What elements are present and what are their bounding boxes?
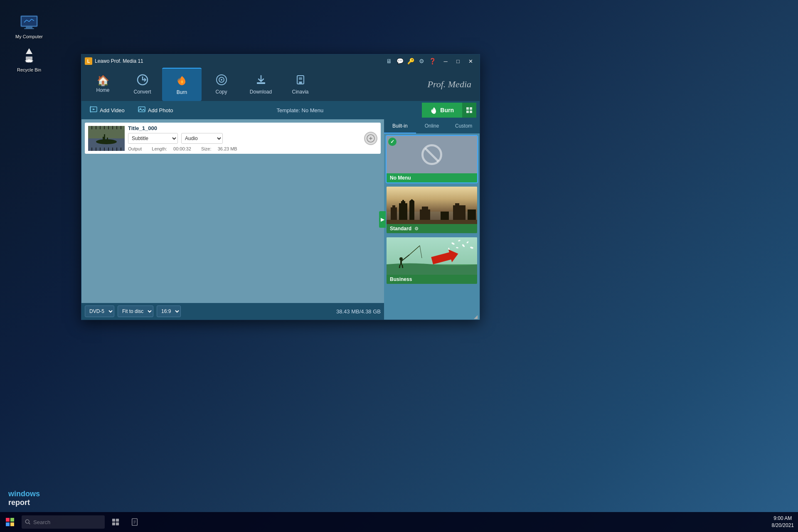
add-photo-button[interactable]: Add Photo xyxy=(133,104,178,116)
disc-type-select[interactable]: DVD-5 xyxy=(85,305,114,317)
svg-rect-49 xyxy=(422,207,428,209)
chat-icon[interactable]: 💬 xyxy=(396,57,404,65)
svg-rect-79 xyxy=(116,519,119,522)
nav-home[interactable]: 🏠 Home xyxy=(83,68,123,101)
burn-label-text: Burn xyxy=(440,107,454,113)
key-icon[interactable]: 🔑 xyxy=(406,57,415,65)
copy-label: Copy xyxy=(215,89,227,95)
taskbar-file-icon[interactable] xyxy=(126,512,144,532)
title-bar: L Leawo Prof. Media 11 🖥 💬 🔑 ⚙ ❓ ─ □ ✕ xyxy=(81,54,480,68)
secondary-toolbar: Add Video Add Photo Template: No Menu Bu… xyxy=(81,101,480,119)
fit-option-select[interactable]: Fit to disc xyxy=(118,305,153,317)
desktop-icon-recycle[interactable]: Recycle Bin xyxy=(12,46,46,72)
business-thumb xyxy=(387,237,477,275)
recycle-icon xyxy=(19,46,39,66)
svg-rect-32 xyxy=(88,126,125,138)
video-item: Title_1_000 Subtitle Audio xyxy=(85,123,381,154)
subtitle-select[interactable]: Subtitle xyxy=(128,133,178,144)
svg-rect-37 xyxy=(107,138,108,142)
start-button[interactable] xyxy=(0,512,20,532)
audio-select[interactable]: Audio xyxy=(181,133,223,144)
svg-rect-18 xyxy=(257,82,265,84)
svg-rect-30 xyxy=(470,111,472,113)
video-meta: Output Length: 00:00:32 Size: 36.23 MB xyxy=(128,146,361,151)
title-bar-controls: ─ □ ✕ xyxy=(440,57,476,66)
windows-report-logo: windows report xyxy=(8,490,40,507)
convert-label: Convert xyxy=(133,89,151,95)
svg-rect-41 xyxy=(391,207,397,220)
download-label: Download xyxy=(250,89,272,95)
length-label: Length: xyxy=(152,146,167,151)
svg-rect-48 xyxy=(420,209,430,220)
aspect-ratio-select[interactable]: 16:9 xyxy=(157,305,181,317)
template-no-menu[interactable]: ✓ No Menu xyxy=(386,135,478,183)
svg-line-77 xyxy=(29,523,30,524)
svg-marker-47 xyxy=(409,199,414,201)
svg-rect-78 xyxy=(112,519,115,522)
nav-copy[interactable]: Copy xyxy=(202,68,241,101)
burn-main-button[interactable]: Burn xyxy=(422,103,462,118)
template-business[interactable]: Business xyxy=(386,236,478,285)
nav-convert[interactable]: Convert xyxy=(123,68,162,101)
svg-rect-52 xyxy=(455,203,459,205)
svg-rect-75 xyxy=(10,522,14,526)
svg-rect-81 xyxy=(116,522,119,525)
video-thumbnail xyxy=(88,126,125,151)
video-list: Title_1_000 Subtitle Audio xyxy=(81,119,384,303)
add-photo-label: Add Photo xyxy=(148,107,173,113)
recycle-icon-label: Recycle Bin xyxy=(17,67,41,72)
svg-text:L: L xyxy=(87,59,90,64)
add-video-label: Add Video xyxy=(100,107,125,113)
svg-point-39 xyxy=(370,138,372,139)
edit-button[interactable] xyxy=(364,132,377,145)
no-menu-thumb: ✓ xyxy=(387,136,477,173)
main-content: Title_1_000 Subtitle Audio xyxy=(81,119,480,320)
minimize-button[interactable]: ─ xyxy=(440,57,451,66)
tab-custom[interactable]: Custom xyxy=(448,119,480,133)
svg-rect-44 xyxy=(401,201,405,203)
close-button[interactable]: ✕ xyxy=(465,57,476,66)
video-info: Title_1_000 Subtitle Audio xyxy=(128,125,361,151)
svg-rect-53 xyxy=(468,209,476,220)
nav-burn[interactable]: Burn xyxy=(162,68,202,101)
taskbar-search[interactable]: Search xyxy=(22,515,105,529)
svg-rect-2 xyxy=(26,27,32,28)
convert-icon xyxy=(137,74,148,87)
no-entry-icon xyxy=(421,144,442,165)
nav-download[interactable]: Download xyxy=(241,68,281,101)
svg-rect-27 xyxy=(466,107,469,110)
burn-label: Burn xyxy=(177,89,187,95)
nav-cinavia[interactable]: Cinavia xyxy=(281,68,320,101)
monitor-icon[interactable]: 🖥 xyxy=(385,57,393,65)
svg-point-34 xyxy=(96,139,117,144)
left-panel: Title_1_000 Subtitle Audio xyxy=(81,119,384,320)
template-standard[interactable]: Standard ⚙ xyxy=(386,186,478,234)
maximize-button[interactable]: □ xyxy=(452,57,464,66)
burn-grid-button[interactable] xyxy=(462,103,476,118)
video-thumb-content xyxy=(88,126,125,151)
tab-online[interactable]: Online xyxy=(416,119,448,133)
right-panel: ▶ Built-in Online Custom xyxy=(384,119,480,320)
svg-point-76 xyxy=(25,520,29,523)
svg-rect-24 xyxy=(90,106,91,113)
size-label: Size: xyxy=(201,146,211,151)
standard-buildings xyxy=(387,199,477,224)
add-video-button[interactable]: Add Video xyxy=(85,104,130,116)
svg-marker-8 xyxy=(26,48,32,54)
svg-rect-80 xyxy=(112,522,115,525)
svg-rect-20 xyxy=(299,77,302,80)
desktop-icon-computer[interactable]: My Computer xyxy=(12,12,46,39)
resize-handle[interactable]: ◢ xyxy=(474,314,480,320)
svg-rect-43 xyxy=(399,203,407,220)
svg-rect-50 xyxy=(441,212,449,220)
panel-collapse-arrow[interactable]: ▶ xyxy=(379,211,386,228)
video-title: Title_1_000 xyxy=(128,125,361,131)
tab-built-in[interactable]: Built-in xyxy=(384,119,416,133)
taskbar-view-icon[interactable] xyxy=(106,512,125,532)
no-menu-label: No Menu xyxy=(387,173,477,182)
svg-rect-29 xyxy=(466,111,469,113)
bottom-bar: DVD-5 Fit to disc 16:9 38.43 MB/4.38 GB xyxy=(81,303,384,320)
burn-button-group: Burn xyxy=(422,103,476,118)
settings-icon[interactable]: ⚙ xyxy=(417,57,426,65)
help-icon[interactable]: ❓ xyxy=(428,57,436,65)
